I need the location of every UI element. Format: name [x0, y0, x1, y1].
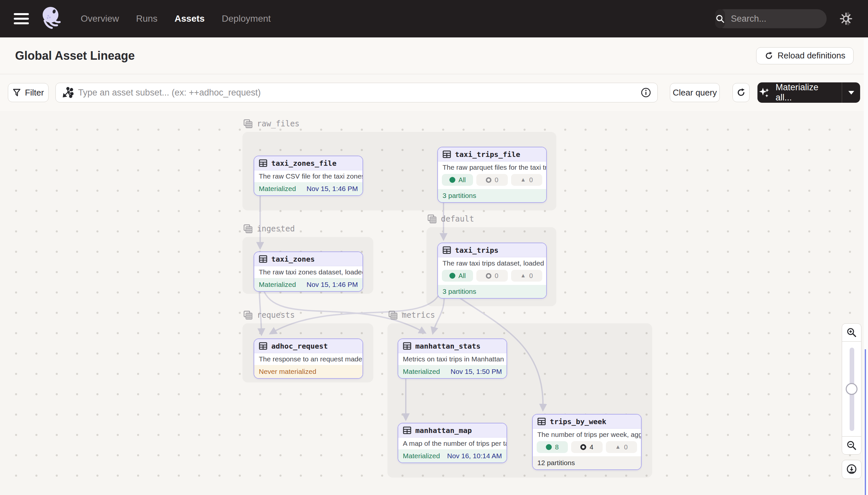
caret-down-icon — [848, 91, 854, 95]
asset-node-taxi-zones[interactable]: taxi_zones The raw taxi zones dataset, l… — [253, 252, 363, 292]
group-label-requests[interactable]: requests — [243, 310, 295, 320]
partitions-success-pill[interactable]: 8 — [537, 441, 568, 453]
hamburger-menu-icon[interactable] — [14, 13, 29, 24]
dagster-logo[interactable] — [40, 5, 64, 33]
lineage-toolbar: Filter Clear query — [0, 74, 868, 111]
table-icon — [259, 255, 267, 263]
asset-node-adhoc-request[interactable]: adhoc_request The response to an request… — [253, 338, 363, 379]
reload-definitions-button[interactable]: Reload definitions — [756, 47, 854, 64]
group-label-default[interactable]: default — [427, 214, 474, 224]
asset-status-footer: Materialized Nov 15, 1:46 PM — [254, 182, 362, 195]
failed-triangle-icon: ▲ — [520, 176, 526, 183]
download-view-button[interactable] — [842, 460, 862, 479]
status-timestamp: Nov 15, 1:50 PM — [451, 368, 502, 376]
asset-description: A map of the number of trips per taxi z.… — [398, 438, 507, 449]
zoom-slider-knob[interactable] — [846, 383, 857, 395]
nav-link-assets[interactable]: Assets — [175, 14, 205, 24]
asset-status-footer: Never materialized — [254, 365, 362, 378]
page-scrollbar-thumb[interactable] — [865, 349, 866, 495]
page-scrollbar-track[interactable] — [864, 37, 868, 495]
asset-group-icon — [388, 310, 398, 320]
search-icon — [715, 9, 725, 28]
partitions-count: 3 partitions — [443, 288, 476, 295]
zoom-in-button[interactable] — [842, 323, 862, 342]
asset-title: manhattan_stats — [415, 342, 481, 350]
asset-group-icon — [427, 214, 437, 224]
table-icon — [537, 417, 546, 426]
nav-link-deployment[interactable]: Deployment — [222, 14, 271, 24]
search-box[interactable]: / — [715, 9, 827, 28]
materialize-dropdown-caret[interactable] — [842, 91, 860, 95]
asset-title: manhattan_map — [415, 426, 472, 434]
table-icon — [443, 246, 451, 254]
partition-health-pills: All 0 ▲0 — [438, 173, 546, 189]
asset-description: The raw CSV file for the taxi zones dat.… — [254, 170, 362, 182]
success-dot-icon — [546, 444, 552, 450]
partitions-missing-pill[interactable]: 4 — [571, 441, 602, 453]
group-label-ingested[interactable]: ingested — [243, 224, 295, 234]
nav-link-overview[interactable]: Overview — [81, 14, 119, 24]
zoom-out-button[interactable] — [842, 436, 862, 455]
refresh-icon — [736, 88, 746, 98]
group-label-raw-files[interactable]: raw_files — [243, 119, 300, 129]
asset-status-footer: 3 partitions — [438, 189, 546, 202]
nav-link-runs[interactable]: Runs — [136, 14, 157, 24]
status-timestamp: Nov 15, 1:46 PM — [307, 281, 358, 289]
group-label-metrics[interactable]: metrics — [388, 310, 435, 320]
top-nav: Overview Runs Assets Deployment / — [0, 0, 868, 37]
refresh-button[interactable] — [732, 83, 749, 102]
asset-status-footer: Materialized Nov 15, 1:46 PM — [254, 278, 362, 291]
info-icon[interactable] — [640, 87, 652, 98]
partitions-count: 3 partitions — [443, 192, 476, 200]
failed-triangle-icon: ▲ — [520, 272, 526, 279]
asset-title: taxi_zones_file — [271, 159, 337, 167]
filter-button[interactable]: Filter — [8, 83, 49, 102]
partitions-success-pill[interactable]: All — [442, 270, 473, 281]
asset-title: taxi_trips — [455, 246, 498, 254]
asset-description: The response to an request made in th... — [254, 353, 362, 364]
status-label: Materialized — [259, 281, 296, 289]
partitions-failed-pill[interactable]: ▲0 — [511, 174, 542, 186]
asset-node-manhattan-stats[interactable]: manhattan_stats Metrics on taxi trips in… — [397, 338, 507, 379]
asset-title: adhoc_request — [271, 342, 328, 350]
partitions-failed-pill[interactable]: ▲0 — [606, 441, 637, 453]
asset-node-taxi-trips[interactable]: taxi_trips The raw taxi trips dataset, l… — [437, 243, 547, 299]
asset-group-icon — [243, 310, 253, 320]
table-icon — [259, 342, 267, 350]
search-input[interactable] — [731, 14, 847, 24]
partitions-failed-pill[interactable]: ▲0 — [511, 270, 542, 281]
nav-right: / — [715, 9, 868, 28]
asset-description: The raw taxi zones dataset, loaded int..… — [254, 266, 362, 277]
sparkle-icon — [758, 86, 771, 100]
table-icon — [403, 426, 411, 434]
zoom-slider[interactable] — [842, 341, 862, 437]
clear-query-button[interactable]: Clear query — [670, 83, 720, 102]
page-title: Global Asset Lineage — [15, 49, 135, 63]
asset-description: The raw taxi trips dataset, loaded into … — [438, 257, 546, 269]
asset-title: taxi_trips_file — [455, 150, 520, 158]
asset-title: taxi_zones — [271, 255, 315, 263]
partitions-missing-pill[interactable]: 0 — [476, 270, 508, 281]
status-label: Materialized — [403, 452, 440, 460]
partitions-count: 12 partitions — [537, 459, 575, 467]
asset-status-footer: Materialized Nov 15, 1:50 PM — [398, 365, 507, 378]
reload-icon — [764, 51, 774, 61]
partitions-success-pill[interactable]: All — [442, 174, 473, 186]
asset-query-input[interactable] — [78, 88, 640, 98]
zoom-in-icon — [846, 327, 857, 338]
partitions-missing-pill[interactable]: 0 — [476, 174, 508, 186]
asset-status-footer: 3 partitions — [438, 285, 546, 298]
asset-node-taxi-trips-file[interactable]: taxi_trips_file The raw parquet files fo… — [437, 147, 547, 203]
asset-node-trips-by-week[interactable]: trips_by_week The number of trips per we… — [532, 414, 642, 470]
download-icon — [846, 463, 857, 475]
asset-title: trips_by_week — [550, 417, 606, 426]
lineage-canvas[interactable]: raw_files ingested d — [0, 111, 868, 495]
asset-node-manhattan-map[interactable]: manhattan_map A map of the number of tri… — [397, 423, 507, 463]
missing-ring-icon — [486, 177, 491, 183]
settings-gear-icon[interactable] — [838, 11, 854, 26]
materialize-all-button[interactable]: Materialize all... — [758, 82, 860, 103]
asset-graph-icon — [62, 87, 73, 99]
zoom-slider-track[interactable] — [850, 347, 854, 431]
asset-node-taxi-zones-file[interactable]: taxi_zones_file The raw CSV file for the… — [253, 156, 363, 196]
success-dot-icon — [449, 177, 455, 183]
